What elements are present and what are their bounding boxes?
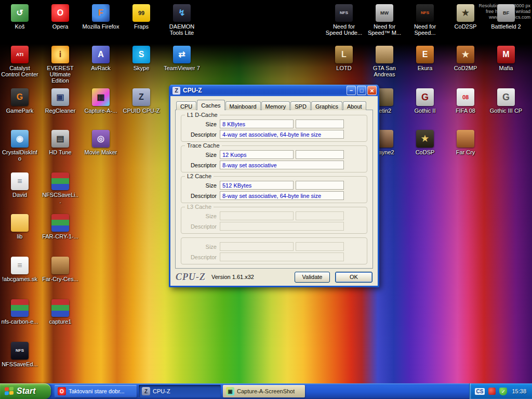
abcgames-sk-icon: ≡ xyxy=(11,257,29,274)
size-extra-field[interactable] xyxy=(296,242,344,251)
desktop-icon-movie-maker[interactable]: ◎ Movie Maker xyxy=(82,130,119,155)
ati-tray-icon[interactable] xyxy=(488,388,496,395)
maximize-button[interactable]: □ xyxy=(357,86,366,95)
desktop-icon-cod2sp[interactable]: ★ CoD2SP xyxy=(447,4,484,30)
desktop-icon-david-file[interactable]: ≡ David xyxy=(1,172,38,198)
icon-label: Need for Speed... xyxy=(406,23,444,36)
tab-about[interactable]: About xyxy=(343,101,366,110)
skype-icon: S xyxy=(132,46,150,63)
desktop-icon-gta-san-andreas[interactable]: GTA San Andreas xyxy=(366,46,403,77)
desktop-icon-crystaldiskinfo[interactable]: ◉ CrystalDiskInfo xyxy=(1,130,38,162)
desktop-icon-hd-tune[interactable]: ▤ HD Tune xyxy=(42,130,79,155)
desktop-icon-codsp[interactable]: ★ CoDSP xyxy=(406,130,444,155)
desktop-icon-ati-catalyst[interactable]: ATI Catalyst Control Center xyxy=(1,46,38,77)
desktop-icon-battlefield2[interactable]: BF Battlefield 2 xyxy=(487,4,525,30)
desktop-icon-capture1-archive[interactable]: capture1 xyxy=(42,299,79,325)
lotd-icon: L xyxy=(335,46,353,63)
desktop-icon-cpuid-cpuz[interactable]: Z CPUID CPU-Z xyxy=(123,88,160,114)
size-field[interactable]: 512 KBytes xyxy=(220,181,294,190)
descriptor-field[interactable] xyxy=(220,222,344,231)
tab-spd[interactable]: SPD xyxy=(290,101,311,110)
icon-label: Battlefield 2 xyxy=(487,23,525,30)
cpuid-cpuz-icon: Z xyxy=(132,88,150,106)
desktop-icon-nfsc-save-li[interactable]: NFSCSaveLi... xyxy=(42,172,79,204)
desktop-icon-abcgames-sk[interactable]: ≡ !abcgames.sk xyxy=(1,257,38,282)
icon-label: Ekura xyxy=(406,65,444,71)
desktop-icon-nfs-save-ed[interactable]: NFS NFSSaveEd... xyxy=(1,342,38,367)
size-field[interactable]: 12 Kuops xyxy=(220,150,294,159)
desktop-icon-lib-folder[interactable]: lib xyxy=(1,214,38,240)
close-button[interactable]: × xyxy=(367,86,377,95)
descriptor-field[interactable]: 4-way set associative, 64-byte line size xyxy=(220,130,344,139)
everest-icon: i xyxy=(51,46,69,63)
desktop-icon-far-cry-ces[interactable]: Far-Cry-Ces... xyxy=(42,257,79,282)
desktop-icon-far-cry-1-archive[interactable]: FAR-CRY-1-... xyxy=(42,214,79,240)
taskbar: Start O Taktovani stare dobr... Z CPU-Z … xyxy=(0,383,532,399)
mafia-icon: M xyxy=(497,46,515,63)
size-extra-field[interactable] xyxy=(296,181,344,190)
desktop-icon-ekura[interactable]: E Ekura xyxy=(406,46,444,71)
group-title: L2 Cache xyxy=(185,173,214,179)
size-extra-field[interactable] xyxy=(296,211,344,220)
titlebar[interactable]: Z CPU-Z − □ × xyxy=(170,85,378,96)
descriptor-field[interactable] xyxy=(220,252,344,261)
desktop-icon-nfs-carbon-archive[interactable]: nfs-carbon-e... xyxy=(1,299,38,325)
icon-glyph: ★ xyxy=(462,9,469,17)
desktop-icon-nfs-underground[interactable]: NFS Need for Speed Unde... xyxy=(325,4,363,36)
antivirus-shield-icon[interactable]: ✓ xyxy=(499,388,507,395)
fifa08-icon: 08 xyxy=(457,88,474,106)
desktop-icon-firefox[interactable]: F Mozilla Firefox xyxy=(82,4,119,30)
tab-graphics[interactable]: Graphics xyxy=(311,101,342,110)
icon-label: EVEREST Ultimate Edition xyxy=(42,65,79,84)
language-indicator[interactable]: CS xyxy=(475,388,485,395)
desktop-icon-regcleaner[interactable]: ▣ RegCleaner xyxy=(42,88,79,114)
tab-mainboard[interactable]: Mainboard xyxy=(225,101,261,110)
desktop-icon-lotd[interactable]: L LOTD xyxy=(325,46,363,71)
tab-caches[interactable]: Caches xyxy=(197,100,224,110)
codsp-icon: ★ xyxy=(416,130,434,148)
desktop-icon-fifa08[interactable]: 08 FIFA 08 xyxy=(447,88,484,114)
clock[interactable]: 15:38 xyxy=(512,388,526,394)
desktop-icon-gamepark[interactable]: G GamePark xyxy=(1,88,38,114)
task-capture-a-screenshot[interactable]: ▣ Capture-A-ScreenShot xyxy=(223,385,305,397)
desktop-icon-skype[interactable]: S Skype xyxy=(123,46,160,71)
desktop-icon-gothic3cp[interactable]: G Gothic III CP xyxy=(487,88,525,114)
task-taktovani-stare-dobr-[interactable]: O Taktovani stare dobr... xyxy=(55,385,137,397)
desktop-icon-farcry[interactable]: Far Cry xyxy=(447,130,484,155)
size-field[interactable]: 8 KBytes xyxy=(220,119,294,128)
desktop-icon-mafia[interactable]: M Mafia xyxy=(487,46,525,71)
cpuz-window: Z CPU-Z − □ × CPUCachesMainboardMemorySP… xyxy=(169,85,379,287)
group-title: L1 D-Cache xyxy=(185,112,220,118)
desktop-icon-opera[interactable]: O Opera xyxy=(42,4,79,30)
desktop-icon-cod2mp[interactable]: ★ CoD2MP xyxy=(447,46,484,71)
desktop-icon-capture-a[interactable]: ▦ Capture-A-... xyxy=(82,88,119,114)
icon-label: lib xyxy=(1,233,38,240)
icon-glyph: Z xyxy=(139,93,144,101)
desktop-icon-avrack[interactable]: A AvRack xyxy=(82,46,119,71)
tab-memory[interactable]: Memory xyxy=(261,101,290,110)
icon-label: Catalyst Control Center xyxy=(1,65,38,77)
descriptor-field[interactable]: 8-way set associative xyxy=(220,161,344,169)
desktop-icon-recycle-bin[interactable]: ↺ Koš xyxy=(1,4,38,30)
descriptor-field[interactable]: 8-way set associative, 64-byte line size xyxy=(220,191,344,200)
desktop-icon-fraps[interactable]: 99 Fraps xyxy=(123,4,160,30)
desktop-icon-nfs-most-wanted[interactable]: MW Need for Speed™ M... xyxy=(366,4,403,36)
validate-button[interactable]: Validate xyxy=(295,272,330,283)
desktop-icon-everest[interactable]: i EVEREST Ultimate Edition xyxy=(42,46,79,84)
size-extra-field[interactable] xyxy=(296,150,344,159)
tab-cpu[interactable]: CPU xyxy=(176,101,196,110)
task-cpu-z[interactable]: Z CPU-Z xyxy=(139,385,221,397)
icon-glyph: ▣ xyxy=(56,93,64,101)
icon-label: Capture-A-... xyxy=(82,108,119,114)
start-button[interactable]: Start xyxy=(0,383,51,399)
desktop-icon-teamviewer[interactable]: ⇄ TeamViewer 7 xyxy=(163,46,201,71)
desktop-icon-gothic2[interactable]: G Gothic II xyxy=(406,88,444,114)
size-field[interactable] xyxy=(220,242,294,251)
size-field[interactable] xyxy=(220,211,294,220)
icon-label: DAEMON Tools Lite xyxy=(163,23,201,36)
desktop-icon-daemon-tools[interactable]: ↯ DAEMON Tools Lite xyxy=(163,4,201,36)
minimize-button[interactable]: − xyxy=(347,86,356,95)
ok-button[interactable]: OK xyxy=(335,272,373,283)
desktop-icon-nfs-carbon[interactable]: NFS Need for Speed... xyxy=(406,4,444,36)
size-extra-field[interactable] xyxy=(296,119,344,128)
